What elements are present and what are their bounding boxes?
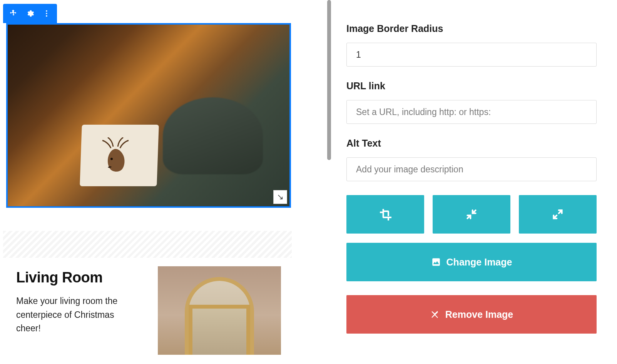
hero-image-preview: [8, 25, 289, 206]
border-radius-field: Image Border Radius: [346, 23, 597, 67]
url-link-field: URL link: [346, 80, 597, 124]
resize-handle-se[interactable]: [273, 190, 287, 204]
living-room-title: Living Room: [16, 269, 132, 286]
crop-button[interactable]: [346, 195, 424, 234]
deer-illustration: [92, 137, 139, 184]
living-room-card[interactable]: Living Room Make your living room the ce…: [9, 259, 139, 359]
expand-button[interactable]: [519, 195, 597, 234]
border-radius-input[interactable]: [346, 43, 597, 67]
remove-image-button[interactable]: Remove Image: [346, 295, 597, 334]
url-link-label: URL link: [346, 80, 597, 92]
crop-icon: [379, 208, 391, 220]
section-divider: [3, 231, 292, 258]
shrink-button[interactable]: [433, 195, 510, 234]
alt-text-field: Alt Text: [346, 138, 597, 181]
mirror-image-preview: [158, 266, 281, 355]
change-image-button[interactable]: Change Image: [346, 243, 597, 281]
gear-icon: [26, 9, 34, 18]
element-toolbar: [3, 4, 57, 23]
alt-text-input[interactable]: [346, 157, 597, 181]
close-icon: [430, 309, 440, 319]
svg-point-3: [110, 158, 113, 160]
expand-icon: [552, 208, 564, 220]
secondary-image-card[interactable]: [150, 259, 289, 364]
remove-image-label: Remove Image: [445, 309, 513, 320]
image-icon: [431, 257, 441, 267]
border-radius-label: Image Border Radius: [346, 23, 597, 34]
property-panel: Image Border Radius URL link Alt Text Ch…: [346, 0, 597, 347]
change-image-label: Change Image: [446, 257, 512, 268]
living-room-body: Make your living room the centerpiece of…: [16, 294, 132, 336]
move-handle[interactable]: [7, 7, 20, 20]
more-options-button[interactable]: [40, 7, 54, 20]
svg-point-1: [46, 13, 47, 14]
more-vert-icon: [42, 9, 51, 18]
editor-canvas: Living Room Make your living room the ce…: [0, 0, 296, 364]
url-link-input[interactable]: [346, 100, 597, 124]
alt-text-label: Alt Text: [346, 138, 597, 149]
svg-point-0: [46, 10, 47, 12]
selected-image[interactable]: [6, 23, 291, 208]
vertical-scrollbar[interactable]: [327, 0, 331, 160]
settings-button[interactable]: [23, 7, 37, 20]
svg-point-2: [46, 15, 47, 17]
resize-se-icon: [277, 194, 284, 200]
move-icon: [9, 9, 18, 18]
compress-icon: [465, 208, 478, 220]
image-tool-row: [346, 195, 597, 234]
